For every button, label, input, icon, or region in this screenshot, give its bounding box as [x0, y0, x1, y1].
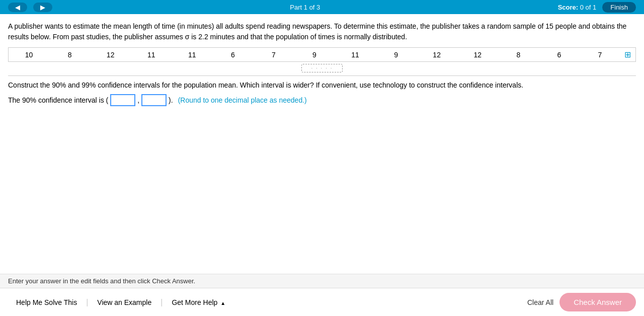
- data-cell-11: 12: [417, 49, 457, 61]
- data-cell-12: 12: [457, 49, 498, 61]
- score-label: Score:: [558, 4, 578, 11]
- answer-sep: ,: [137, 96, 139, 104]
- prev-icon: ◀: [15, 4, 20, 11]
- part-text: Part 1 of 3: [290, 4, 320, 11]
- data-cell-2: 8: [49, 49, 90, 61]
- top-bar-left: ◀ ▶: [8, 3, 52, 12]
- data-cell-1: 10: [9, 49, 49, 61]
- separator-1: |: [85, 298, 89, 307]
- clear-all-button[interactable]: Clear All: [527, 298, 553, 306]
- check-answer-button[interactable]: Check Answer: [559, 293, 636, 311]
- answer-row: The 90% confidence interval is ( , ). (R…: [8, 94, 636, 106]
- help-solve-button[interactable]: Help Me Solve This: [8, 294, 85, 310]
- main-content: A publisher wants to estimate the mean l…: [0, 14, 644, 274]
- chevron-up-icon: ▲: [220, 300, 225, 306]
- score-display: Score: 0 of 1: [558, 4, 597, 11]
- data-cell-5: 11: [172, 49, 212, 61]
- data-cell-9: 11: [335, 49, 376, 61]
- top-bar-right: Score: 0 of 1 Finish: [558, 2, 636, 13]
- data-cell-4: 11: [131, 49, 172, 61]
- scroll-indicator: · · · · ·: [8, 64, 636, 72]
- status-bar: Enter your answer in the edit fields and…: [0, 274, 644, 288]
- top-bar: ◀ ▶ Part 1 of 3 Score: 0 of 1 Finish: [0, 0, 644, 14]
- answer-suffix: ).: [169, 96, 173, 104]
- round-note: (Round to one decimal place as needed.): [178, 96, 307, 104]
- data-cell-3: 12: [90, 49, 131, 61]
- data-cell-14: 6: [539, 49, 580, 61]
- bottom-toolbar: Help Me Solve This | View an Example | G…: [0, 288, 644, 316]
- next-icon: ▶: [40, 4, 45, 11]
- status-text: Enter your answer in the edit fields and…: [8, 277, 195, 285]
- finish-button[interactable]: Finish: [602, 2, 636, 13]
- get-more-help-label: Get More Help: [172, 298, 217, 306]
- data-cell-8: 9: [294, 49, 335, 61]
- right-actions: Clear All Check Answer: [527, 293, 636, 311]
- data-cell-6: 6: [212, 49, 253, 61]
- view-example-button[interactable]: View an Example: [89, 294, 159, 310]
- part-label: Part 1 of 3: [290, 4, 320, 11]
- data-cell-10: 9: [376, 49, 417, 61]
- score-value: 0 of 1: [580, 4, 597, 11]
- data-cell-13: 8: [498, 49, 539, 61]
- divider: [8, 75, 636, 76]
- expand-table-icon[interactable]: ⊞: [620, 48, 635, 61]
- data-cell-15: 7: [580, 49, 620, 61]
- answer-prefix: The 90% confidence interval is (: [8, 96, 108, 104]
- question-text: Construct the 90% and 99% confidence int…: [8, 81, 636, 89]
- answer-input-2[interactable]: [141, 94, 167, 106]
- prev-button[interactable]: ◀: [8, 3, 27, 12]
- answer-input-1[interactable]: [110, 94, 135, 106]
- scroll-dots: · · · · ·: [301, 64, 342, 72]
- get-more-help-button[interactable]: Get More Help ▲: [164, 294, 233, 310]
- next-button[interactable]: ▶: [33, 3, 52, 12]
- data-cell-7: 7: [253, 49, 294, 61]
- data-row: 10 8 12 11 11 6 7 9 11 9 12 12 8 6 7 ⊞: [8, 47, 636, 62]
- separator-2: |: [159, 298, 164, 307]
- problem-description: A publisher wants to estimate the mean l…: [8, 21, 632, 42]
